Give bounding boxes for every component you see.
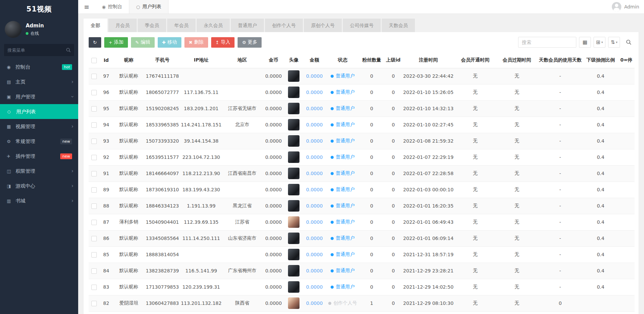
row-checkbox[interactable] [91, 122, 97, 128]
add-button[interactable]: +添加 [104, 37, 128, 48]
row-checkbox[interactable] [91, 155, 97, 160]
filter-tab[interactable]: 创作个人号 [265, 19, 303, 32]
delete-button[interactable]: ✖删除 [184, 37, 208, 48]
admin-avatar[interactable] [612, 2, 621, 11]
amount-link[interactable]: 0.0000 [306, 187, 323, 192]
cell-parent-id: 0 [384, 246, 402, 263]
row-checkbox[interactable] [91, 301, 97, 306]
user-avatar[interactable] [288, 103, 299, 114]
cell-coin: 0.0000 [262, 165, 285, 182]
tab-user-list[interactable]: ○用户列表 [129, 0, 168, 14]
admin-username[interactable]: Admin [624, 4, 639, 9]
chevron-icon: › [71, 79, 73, 85]
filter-tab[interactable]: 年会员 [167, 19, 196, 32]
user-avatar[interactable] [288, 249, 299, 260]
sidebar-item-book-city[interactable]: ▥ 书城 › [0, 193, 78, 208]
user-avatar[interactable] [288, 135, 299, 147]
filter-tab[interactable]: 季会员 [138, 19, 166, 32]
table-view-button[interactable]: ▦ [579, 37, 591, 48]
user-avatar[interactable] [288, 184, 299, 195]
amount-link[interactable]: 0.0000 [306, 236, 323, 241]
row-checkbox[interactable] [91, 74, 97, 79]
menu-search-input[interactable] [7, 48, 66, 53]
tab-console[interactable]: ◉控制台 [95, 0, 129, 14]
row-checkbox[interactable] [91, 268, 97, 274]
amount-link[interactable]: 0.0000 [306, 219, 323, 225]
user-avatar[interactable] [288, 87, 299, 98]
cell-flag [618, 165, 635, 182]
user-avatar[interactable] [288, 233, 299, 244]
filter-tab[interactable]: 公司传媒号 [343, 19, 381, 32]
row-checkbox[interactable] [91, 236, 97, 241]
user-avatar[interactable] [288, 265, 299, 276]
amount-link[interactable]: 0.0000 [306, 252, 323, 257]
sidebar-item-permission-mgmt[interactable]: ◫ 权限管理 › [0, 164, 78, 178]
user-avatar[interactable] [288, 119, 299, 130]
sidebar-item-general-mgmt[interactable]: ⚙ 常规管理 new [0, 134, 78, 149]
import-button[interactable]: ↥导入 [211, 37, 235, 48]
user-avatar[interactable] [288, 216, 299, 228]
user-avatar[interactable] [288, 151, 299, 163]
filter-tab[interactable]: 月会员 [108, 19, 137, 32]
row-checkbox[interactable] [91, 285, 97, 290]
sidebar-item-home[interactable]: ▤ 主页 › [0, 74, 78, 89]
amount-link[interactable]: 0.0000 [306, 122, 323, 127]
amount-link[interactable]: 0.0000 [306, 203, 323, 209]
row-checkbox[interactable] [91, 139, 97, 144]
row-checkbox[interactable] [91, 187, 97, 193]
search-button[interactable] [623, 37, 635, 48]
row-checkbox[interactable] [91, 203, 97, 209]
amount-link[interactable]: 0.0000 [306, 73, 323, 79]
cell-flag [618, 133, 635, 149]
profile-avatar[interactable] [5, 21, 22, 38]
table-card: ↻+添加✎编辑✚移动✖删除↥导入⚙更多 ▦⊞▾⇅▾ Id昵称手机号IP地址地区金… [84, 32, 639, 314]
sort-view-button[interactable]: ⇅▾ [608, 37, 620, 48]
table-search-input[interactable] [518, 37, 576, 48]
sidebar-item-user-list[interactable]: ○ 用户列表 [0, 104, 78, 119]
sidebar-item-console[interactable]: ◉ 控制台 hot [0, 59, 78, 74]
filter-tab[interactable]: 永久会员 [197, 19, 230, 32]
menu-badge: hot [62, 64, 72, 70]
user-avatar[interactable] [288, 200, 299, 212]
row-checkbox[interactable] [91, 171, 97, 176]
filter-tab[interactable]: 普通用户 [231, 19, 264, 32]
refresh-button[interactable]: ↻ [89, 37, 101, 48]
row-checkbox[interactable] [91, 220, 97, 225]
amount-link[interactable]: 0.0000 [306, 90, 323, 95]
chevron-icon: › [69, 96, 75, 98]
sidebar-item-user-mgmt[interactable]: ▣ 用户管理 › [0, 89, 78, 104]
amount-link[interactable]: 0.0000 [306, 268, 323, 273]
filter-tab[interactable]: 原创个人号 [304, 19, 342, 32]
user-avatar[interactable] [288, 70, 299, 82]
filter-tab[interactable]: 天数会员 [382, 19, 415, 32]
hamburger-menu-icon[interactable]: ≡ [78, 0, 95, 14]
row-checkbox[interactable] [91, 252, 97, 258]
amount-link[interactable]: 0.0000 [306, 106, 323, 111]
column-header: 昵称 [113, 53, 145, 68]
cell-ratio: 0.4 [583, 84, 618, 100]
amount-link[interactable]: 0.0000 [306, 138, 323, 144]
sidebar-item-plugin-mgmt[interactable]: ✈ 插件管理 new [0, 149, 78, 164]
grid-view-button[interactable]: ⊞▾ [594, 37, 605, 48]
more-button[interactable]: ⚙更多 [238, 37, 262, 48]
sidebar-item-game-center[interactable]: ◨ 游戏中心 › [0, 178, 78, 193]
grid-icon: ⊞ [596, 39, 600, 45]
amount-link[interactable]: 0.0000 [306, 171, 323, 176]
move-button[interactable]: ✚移动 [158, 37, 181, 48]
user-avatar[interactable] [288, 168, 299, 179]
row-checkbox[interactable] [91, 106, 97, 112]
edit-button[interactable]: ✎编辑 [131, 37, 155, 48]
user-avatar[interactable] [288, 281, 299, 293]
amount-link[interactable]: 0.0000 [306, 300, 323, 306]
sidebar-item-video-mgmt[interactable]: ▦ 视频管理 › [0, 119, 78, 134]
user-avatar[interactable] [288, 297, 299, 309]
cell-use-days: - [537, 133, 583, 149]
select-all-checkbox[interactable] [91, 58, 97, 63]
cell-parent-id: 0 [384, 182, 402, 198]
amount-link[interactable]: 0.0000 [306, 154, 323, 160]
amount-link[interactable]: 0.0000 [306, 284, 323, 290]
row-checkbox[interactable] [91, 90, 97, 95]
toolbar-buttons: ↻+添加✎编辑✚移动✖删除↥导入⚙更多 [89, 37, 265, 48]
filter-tab[interactable]: 全部 [84, 19, 107, 32]
status-dot-icon [331, 269, 334, 272]
